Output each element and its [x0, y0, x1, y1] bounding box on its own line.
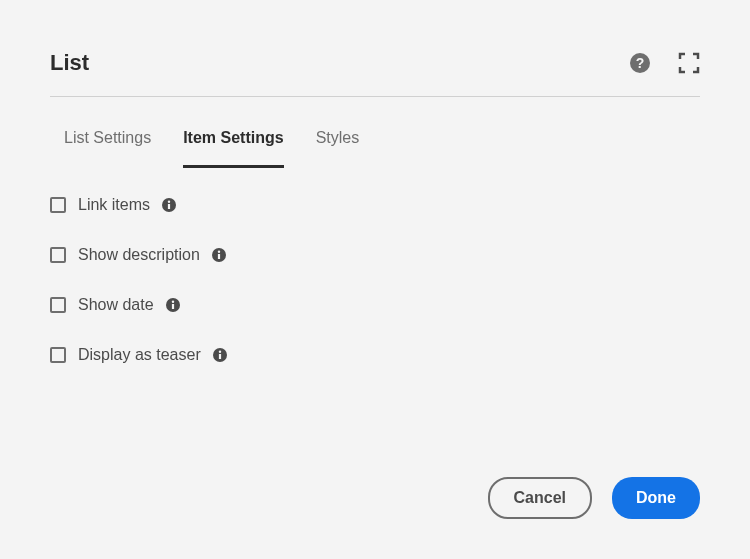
cancel-button[interactable]: Cancel: [488, 477, 592, 519]
checkbox-label: Show date: [78, 296, 154, 314]
dialog-header: List ?: [50, 50, 700, 97]
tab-item-settings[interactable]: Item Settings: [183, 129, 283, 168]
checkbox-row-link-items: Link items: [50, 196, 700, 214]
checkbox-row-display-teaser: Display as teaser: [50, 346, 700, 364]
done-button[interactable]: Done: [612, 477, 700, 519]
checkbox-display-teaser[interactable]: [50, 347, 66, 363]
svg-text:?: ?: [636, 55, 645, 71]
info-icon[interactable]: [212, 248, 226, 262]
svg-rect-4: [168, 204, 170, 209]
svg-point-3: [168, 201, 170, 203]
header-icons: ?: [630, 52, 700, 74]
fullscreen-icon[interactable]: [678, 52, 700, 74]
svg-point-6: [218, 251, 220, 253]
list-settings-dialog: List ? List Settings Item Settings Style…: [0, 0, 750, 559]
svg-point-9: [171, 301, 173, 303]
tab-styles[interactable]: Styles: [316, 129, 360, 168]
dialog-footer: Cancel Done: [50, 457, 700, 519]
svg-point-12: [219, 351, 221, 353]
help-icon[interactable]: ?: [630, 53, 650, 73]
tab-list-settings[interactable]: List Settings: [64, 129, 151, 168]
info-icon[interactable]: [162, 198, 176, 212]
checkbox-label: Display as teaser: [78, 346, 201, 364]
tab-content: Link items Show description: [50, 168, 700, 457]
checkbox-show-description[interactable]: [50, 247, 66, 263]
checkbox-label: Show description: [78, 246, 200, 264]
svg-rect-13: [219, 354, 221, 359]
tabs-row: List Settings Item Settings Styles: [50, 129, 700, 168]
info-icon[interactable]: [166, 298, 180, 312]
checkbox-row-show-description: Show description: [50, 246, 700, 264]
svg-rect-10: [172, 304, 174, 309]
dialog-title: List: [50, 50, 89, 76]
svg-rect-7: [218, 254, 220, 259]
checkbox-show-date[interactable]: [50, 297, 66, 313]
info-icon[interactable]: [213, 348, 227, 362]
checkbox-link-items[interactable]: [50, 197, 66, 213]
checkbox-label: Link items: [78, 196, 150, 214]
checkbox-row-show-date: Show date: [50, 296, 700, 314]
